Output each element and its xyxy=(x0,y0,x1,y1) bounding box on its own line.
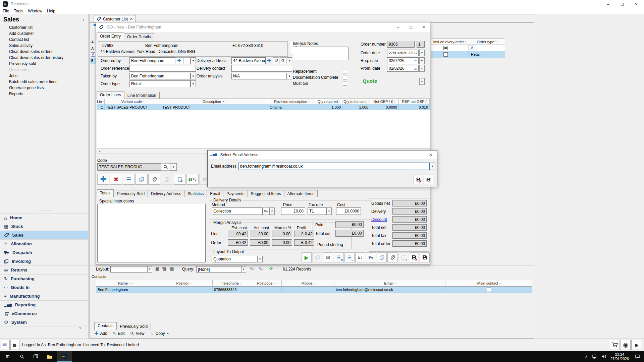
pin-icon[interactable]: ≡ xyxy=(495,41,496,43)
order-type-dropdown-arrow[interactable]: ▼ xyxy=(191,80,196,87)
order-type-field[interactable]: Retail xyxy=(129,80,191,87)
ordered-by-dropdown-arrow[interactable]: ▼ xyxy=(191,57,196,64)
nav-item-reporting[interactable]: ▂▅▇Reporting xyxy=(0,300,88,309)
filter-checkbox[interactable] xyxy=(443,46,448,50)
nav-item-manufacturing[interactable]: ◕Manufacturing xyxy=(0,292,88,300)
price-field[interactable]: £0.00 xyxy=(281,207,305,215)
query-dropdown-arrow[interactable]: ▼ xyxy=(241,266,246,273)
edit-contact-button[interactable]: ✎Edit xyxy=(113,331,125,336)
nav-item-allocation[interactable]: ✛Allocation xyxy=(0,239,88,248)
tab-previously-sold[interactable]: Previously Sold xyxy=(116,323,151,330)
nav-item-system[interactable]: ⚙System xyxy=(0,318,88,326)
main-contact-checkbox[interactable] xyxy=(487,288,491,292)
close-button[interactable]: ✕ xyxy=(630,0,643,9)
email-order-button[interactable]: ✉ xyxy=(323,252,333,262)
query-add-icon[interactable]: ✎+ xyxy=(259,266,264,271)
menu-help[interactable]: Help xyxy=(47,9,55,13)
query-edit-icon[interactable]: ✎? xyxy=(250,266,255,271)
delivery-address-dropdown-arrow[interactable]: ▼ xyxy=(287,57,292,64)
layout-to-output-field[interactable]: Quotation xyxy=(212,256,257,262)
basket-button[interactable] xyxy=(610,340,620,350)
layout-save-button[interactable]: ▦↧ xyxy=(155,266,159,271)
tab-order-entry[interactable]: Order Entry xyxy=(97,33,124,40)
tab-delivery-address[interactable]: Delivery Address xyxy=(148,190,184,197)
contacts-col-name[interactable]: Name▲≡ xyxy=(96,280,155,286)
sidebar-item-clear-down-sales-orders[interactable]: Clear down sales orders xyxy=(9,49,52,54)
maximize-button[interactable]: ❐ xyxy=(616,0,629,9)
sidebar-item-sales-activity[interactable]: Sales activity xyxy=(9,43,33,48)
order-date-dropdown-arrow[interactable]: ▼ xyxy=(419,50,425,56)
clear-lines-button[interactable]: ☰x xyxy=(334,252,344,262)
so-title-bar[interactable]: SO - New - Ben Fotheringham – ▢ ✕ xyxy=(96,22,430,32)
sidebar-splitter[interactable]: ········· xyxy=(30,208,60,212)
layout-to-output-dropdown-arrow[interactable]: ▼ xyxy=(257,256,263,262)
pin-icon[interactable]: ≡ xyxy=(103,100,104,103)
tab-order-lines[interactable]: Order Lines xyxy=(97,91,124,99)
contacts-col-main-contact[interactable]: Main contact≡ xyxy=(445,280,532,286)
delivery-address-search-button[interactable] xyxy=(280,57,286,64)
code-field[interactable]: TEST-SALES-PRODUC xyxy=(97,163,161,171)
pin-icon[interactable]: ≡ xyxy=(143,100,144,103)
delivery-address-add-button[interactable]: ✚ xyxy=(266,57,272,64)
pin-icon[interactable]: ≡ xyxy=(339,100,340,103)
col-lin[interactable]: Lin≡ xyxy=(97,99,105,104)
tab-email[interactable]: Email xyxy=(207,190,223,197)
email-dialog-close-button[interactable]: ✕ xyxy=(424,151,437,159)
customer-list-tab[interactable]: Customer List ✕ xyxy=(94,15,136,22)
sidebar-item-reports[interactable]: Reports xyxy=(9,92,23,96)
sidebar-item-customer-list[interactable]: Customer list xyxy=(9,25,33,30)
must-go-checkbox[interactable] xyxy=(343,81,347,85)
prom-date-dropdown-arrow[interactable]: ▼ xyxy=(419,65,425,72)
scroll-left-arrow[interactable]: ◄ xyxy=(97,149,102,154)
replacement-checkbox[interactable] xyxy=(343,69,347,73)
discard-button[interactable]: ✗ xyxy=(409,252,419,262)
sidebar-item-previously-sold[interactable]: Previously sold xyxy=(9,61,36,66)
ordered-by-add-button[interactable]: ✚ xyxy=(175,57,183,64)
filter-a-icon[interactable]: A xyxy=(470,46,474,50)
email-dialog-title-bar[interactable]: ▂▅▇ Select Email Address ✕ xyxy=(208,150,437,159)
pin-icon[interactable]: ≡ xyxy=(132,282,133,285)
email-address-field[interactable]: ben.fotheringham@resincoat.co.uk xyxy=(238,163,430,170)
prom-date-field[interactable]: 02/02/26≣ xyxy=(387,65,419,72)
nav-item-despatch[interactable]: Despatch xyxy=(0,248,88,257)
pin-icon[interactable]: ≡ xyxy=(368,100,369,103)
col-revision-description[interactable]: Revision description≡ xyxy=(268,99,315,104)
view-contact-button[interactable]: View xyxy=(130,331,145,336)
notification-center-icon[interactable] xyxy=(635,354,640,359)
method-field[interactable]: Collection xyxy=(212,207,263,215)
req-date-dropdown-arrow[interactable]: ▼ xyxy=(419,57,425,64)
tax-rate-field[interactable]: T1 xyxy=(308,207,326,215)
pin-icon[interactable]: ≡ xyxy=(225,100,227,103)
sidebar-item-jobs[interactable]: Jobs xyxy=(9,73,17,78)
layout-select[interactable] xyxy=(110,266,147,273)
col-rsp-net-gbp[interactable]: RSP net GBP / xyxy=(399,99,430,104)
messages-button[interactable]: ✉ xyxy=(1,340,10,350)
order-status-value[interactable]: Quote xyxy=(363,78,377,84)
reprice-button[interactable]: £↓ xyxy=(355,252,365,262)
side-grid-row[interactable]: Retail xyxy=(431,51,505,58)
tax-rate-dropdown-arrow[interactable]: ▼ xyxy=(326,207,332,215)
nav-item-goods-in[interactable]: ⇦Goods In xyxy=(0,283,88,292)
so-minimize-button[interactable]: – xyxy=(392,23,405,32)
process-order-button[interactable]: ▶ xyxy=(302,252,312,262)
task-view-button[interactable] xyxy=(29,351,42,362)
sidebar-item-clear-down-sales-order-history[interactable]: Clear down sales order history xyxy=(9,55,63,60)
order-date-field[interactable]: 27/01/2026 23:22 xyxy=(387,50,419,56)
side-grid-col-limit[interactable]: limit on every order≡ xyxy=(431,39,468,45)
tab-order-details[interactable]: Order Details xyxy=(124,33,154,40)
col-qty-to-be-sent[interactable]: Qty to be sent≡ xyxy=(342,99,370,104)
tab-contacts[interactable]: Contacts xyxy=(94,322,117,330)
calendar-icon[interactable]: ≣ xyxy=(414,67,417,70)
taken-by-field[interactable]: Ben.Fotheringham xyxy=(129,73,191,79)
nav-item-ecommerce[interactable]: eCommerce xyxy=(0,309,88,318)
file-explorer-button[interactable] xyxy=(42,351,57,362)
contacts-col-position[interactable]: Position≡ xyxy=(155,280,213,286)
start-button[interactable]: ⊞ xyxy=(0,351,15,362)
search-button[interactable] xyxy=(15,351,29,362)
despatch-order-button[interactable] xyxy=(366,252,376,262)
tab-suggested-items[interactable]: Suggested Items xyxy=(248,190,284,197)
pin-icon[interactable]: ≡ xyxy=(313,282,315,285)
sidebar-item-contact-list[interactable]: Contact list xyxy=(9,37,29,42)
add-contact-button[interactable]: ✚Add xyxy=(94,330,107,337)
code-search-button[interactable] xyxy=(161,163,170,171)
